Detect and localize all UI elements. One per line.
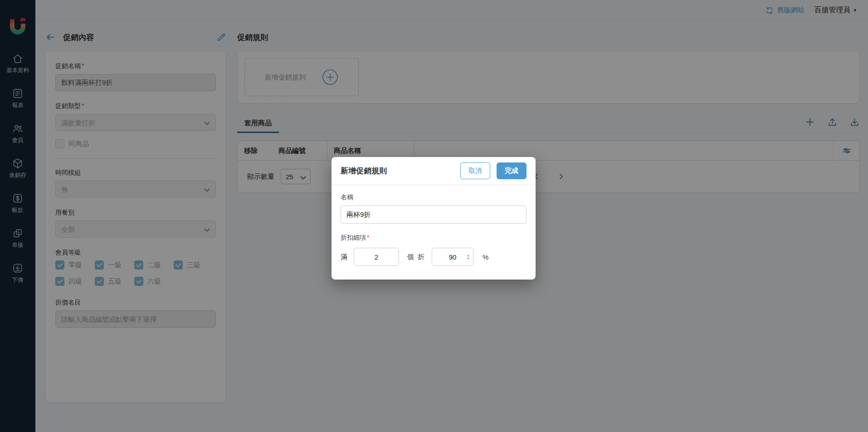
required-asterisk: * bbox=[367, 234, 369, 241]
stepper-down-icon[interactable]: ▼ bbox=[467, 257, 470, 260]
qty-prefix-label: 滿 bbox=[341, 253, 347, 261]
discount-percent-value: 90 bbox=[449, 253, 457, 261]
app-viewport: 基本資料 報表 會員 進銷存 bbox=[0, 0, 868, 432]
discount-percent-input[interactable]: 90 ▲▼ bbox=[432, 248, 473, 266]
rule-name-input[interactable] bbox=[341, 206, 527, 224]
modal-header: 新增促銷規則 取消 完成 bbox=[332, 157, 536, 185]
percent-label: % bbox=[483, 253, 488, 261]
number-stepper[interactable]: ▲▼ bbox=[467, 254, 470, 260]
done-button[interactable]: 完成 bbox=[497, 162, 527, 179]
modal-body: 名稱 折扣細項* 滿 個 折 90 ▲▼ % bbox=[332, 185, 536, 280]
cancel-button[interactable]: 取消 bbox=[460, 162, 490, 179]
discount-detail-label: 折扣細項* bbox=[341, 234, 527, 242]
discount-detail-row: 滿 個 折 90 ▲▼ % bbox=[341, 248, 527, 266]
min-quantity-input[interactable] bbox=[354, 248, 399, 266]
rule-name-label: 名稱 bbox=[341, 193, 527, 201]
discount-prefix-label: 折 bbox=[418, 253, 424, 261]
modal-title: 新增促銷規則 bbox=[341, 166, 460, 176]
qty-unit-label: 個 bbox=[407, 253, 414, 261]
add-rule-modal: 新增促銷規則 取消 完成 名稱 折扣細項* 滿 個 折 90 ▲▼ % bbox=[332, 157, 536, 280]
